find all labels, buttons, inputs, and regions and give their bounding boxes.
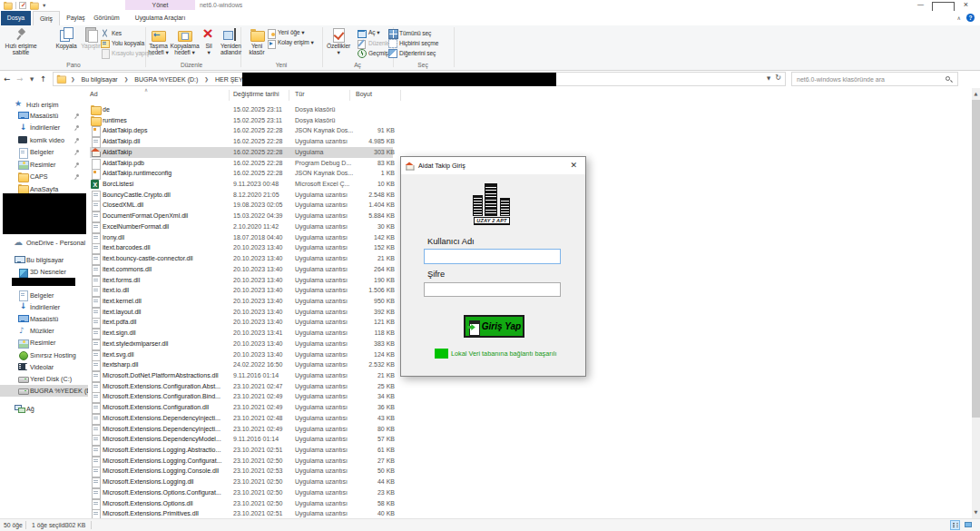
file-row-microsoft-extensions-logging-console-dll[interactable]: Microsoft.Extensions.Logging.Console.dll… xyxy=(88,466,972,477)
file-row-microsoft-extensions-dependencyinjecti-[interactable]: Microsoft.Extensions.DependencyInjecti..… xyxy=(88,413,972,424)
sidebar-item-videolar[interactable]: Videolar xyxy=(0,361,88,373)
file-date: 8.12.2020 21:05 xyxy=(233,192,279,198)
sidebar-item-i-ndirilenler[interactable]: İndirilenler xyxy=(0,301,88,313)
tab-uygulama-araclari[interactable]: Uygulama Araçları xyxy=(125,11,195,25)
file-row-microsoft-extensions-options-configurat-[interactable]: Microsoft.Extensions.Options.Configurat.… xyxy=(88,487,972,498)
refresh-icon[interactable]: ↻ xyxy=(775,74,781,83)
scrollbar-thumb[interactable] xyxy=(972,100,980,418)
details-view-button[interactable] xyxy=(950,520,960,530)
dialog-close-icon[interactable]: ✕ xyxy=(570,160,577,171)
qat-new-folder-icon[interactable] xyxy=(30,2,38,9)
vertical-scrollbar[interactable]: ▲ ▼ xyxy=(972,88,980,518)
ribbon-button-nitem[interactable]: Yeni öğe ▾ xyxy=(267,28,305,37)
file-row-microsoft-extensions-configuration-abst-[interactable]: Microsoft.Extensions.Configuration.Abst.… xyxy=(88,381,972,392)
file-size: 83 KB xyxy=(333,160,395,166)
sidebar-item-3d-nesneler[interactable]: 3D Nesneler xyxy=(0,266,88,278)
help-icon[interactable]: ? xyxy=(966,14,975,22)
file-row-runtimes[interactable]: runtimes15.02.2025 23:11Dosya klasörü xyxy=(88,115,972,126)
file-row-microsoft-extensions-configuration-dll[interactable]: Microsoft.Extensions.Configuration.dll23… xyxy=(88,402,972,413)
sidebar-item-i-ndirilenler[interactable]: İndirilenler xyxy=(0,122,88,133)
file-row-microsoft-extensions-options-dll[interactable]: Microsoft.Extensions.Options.dll23.10.20… xyxy=(88,498,972,509)
ribbon-collapse-icon[interactable]: ∧ xyxy=(957,15,961,21)
ribbon-button-nfolder[interactable]: Yeni klasör xyxy=(244,27,270,56)
ribbon-button-cut[interactable]: Kes xyxy=(101,28,122,37)
sidebar-item-yerel-disk-c-[interactable]: Yerel Disk (C:) xyxy=(0,373,88,385)
column-header-name[interactable]: Ad xyxy=(90,91,98,97)
ribbon-button-easy[interactable]: Kolay erişim ▾ xyxy=(267,38,314,47)
recent-locations-icon[interactable]: ▼ xyxy=(30,73,34,86)
breadcrumb-drive[interactable]: BUGRA %YEDEK (D:) xyxy=(132,76,200,83)
sidebar-item-belgeler[interactable]: Belgeler xyxy=(0,290,88,301)
sidebar-item-masa-st-[interactable]: Masaüstü xyxy=(0,313,88,325)
search-input[interactable]: net6.0-windows klasöründe ara xyxy=(791,72,958,86)
tab-gorunum[interactable]: Görünüm xyxy=(90,11,123,25)
sidebar-item-s-n-rs-z-hosting[interactable]: Sınırsız Hosting xyxy=(0,349,88,361)
login-button[interactable]: Giriş Yap xyxy=(464,315,524,338)
ribbon-button-short[interactable]: Kısayolu yapıştır xyxy=(101,48,154,57)
sidebar-item-komik-video[interactable]: komik video xyxy=(0,134,88,146)
file-row-aidattakip-deps[interactable]: AidatTakip.deps16.02.2025 22:28JSON Kayn… xyxy=(88,125,972,136)
file-row-aidattakip-dll[interactable]: AidatTakip.dll16.02.2025 22:28Uygulama u… xyxy=(88,136,972,147)
sidebar-item-caps[interactable]: CAPS xyxy=(0,171,88,182)
file-row-microsoft-extensions-logging-configurat-[interactable]: Microsoft.Extensions.Logging.Configurat.… xyxy=(88,456,972,467)
back-button[interactable]: ← xyxy=(4,73,10,86)
qat-dropdown-icon[interactable]: ▼ xyxy=(42,1,46,10)
file-row-microsoft-extensions-dependencyinjecti-[interactable]: Microsoft.Extensions.DependencyInjecti..… xyxy=(88,424,972,435)
minimize-button[interactable]: — xyxy=(909,0,932,10)
scroll-up-icon[interactable]: ▲ xyxy=(972,88,980,100)
password-input[interactable] xyxy=(424,282,561,297)
file-row-microsoft-extensions-logging-abstractio-[interactable]: Microsoft.Extensions.Logging.Abstractio.… xyxy=(88,445,972,456)
file-name: ExcelNumberFormat.dll xyxy=(103,223,169,230)
column-header-date[interactable]: Değiştirme tarihi xyxy=(233,91,279,97)
column-header-type[interactable]: Tür xyxy=(295,91,305,97)
username-input[interactable] xyxy=(424,249,561,264)
file-row-microsoft-extensions-primitives-dll[interactable]: Microsoft.Extensions.Primitives.dll23.10… xyxy=(88,508,972,518)
ribbon-button-hist[interactable]: Geçmiş xyxy=(358,48,388,57)
scroll-down-icon[interactable]: ▼ xyxy=(972,506,980,518)
file-row-microsoft-extensions-logging-dll[interactable]: Microsoft.Extensions.Logging.dll23.10.20… xyxy=(88,477,972,487)
file-row-microsoft-extensions-dependencymodel-[interactable]: Microsoft.Extensions.DependencyModel...9… xyxy=(88,434,972,445)
sidebar-item-a-[interactable]: Ağ xyxy=(0,403,88,415)
ribbon-button-props[interactable]: Özellikler ▾ xyxy=(326,27,351,56)
ribbon-button-copyto[interactable]: Kopyalama hedefi ▾ xyxy=(172,27,198,56)
sidebar-item-resimler[interactable]: Resimler xyxy=(0,159,88,171)
up-button[interactable]: ↑ xyxy=(40,73,46,86)
cloud-icon xyxy=(15,238,24,247)
sidebar-item-bugra-yedek-d-[interactable]: BUGRA %YEDEK (D: xyxy=(0,385,88,397)
tab-paylas[interactable]: Paylaş xyxy=(62,11,90,25)
sidebar-item-onedrive-personal[interactable]: OneDrive - Personal xyxy=(0,237,88,249)
ribbon-button-open[interactable]: Aç ▾ xyxy=(358,28,379,37)
ribbon-button-snone[interactable]: Hiçbirini seçme xyxy=(388,38,438,47)
ribbon-button-sinv[interactable]: Diğerlerini seç xyxy=(388,48,436,57)
sidebar-item-m-zikler[interactable]: Müzikler xyxy=(0,325,88,337)
ribbon-button-paste[interactable]: Yapıştır xyxy=(78,27,103,49)
ribbon-button-sall[interactable]: Tümünü seç xyxy=(388,28,431,37)
file-name: Microsoft.Extensions.DependencyModel... xyxy=(103,436,221,442)
tab-giris[interactable]: Giriş xyxy=(33,11,60,25)
address-dropdown-icon[interactable]: ▼ xyxy=(767,74,770,83)
qat-properties-icon[interactable]: ✓ xyxy=(19,2,26,9)
close-button[interactable]: × xyxy=(955,0,977,10)
ribbon-button-path[interactable]: Yolu kopyala xyxy=(101,38,144,47)
column-header-size[interactable]: Boyut xyxy=(356,91,372,97)
ribbon-button-del[interactable]: Sil ▾ xyxy=(199,27,219,56)
sidebar-item-belgeler[interactable]: Belgeler xyxy=(0,146,88,158)
contextual-tab-header[interactable]: Yönet xyxy=(125,0,195,10)
file-date: 20.10.2023 13:41 xyxy=(233,329,283,336)
thumbnail-view-button[interactable] xyxy=(963,520,973,530)
maximize-button[interactable] xyxy=(932,0,955,10)
file-row-de[interactable]: de15.02.2025 23:11Dosya klasörü xyxy=(88,104,972,115)
forward-button[interactable]: → xyxy=(16,73,23,86)
ribbon-button-ren[interactable]: Yeniden adlandır xyxy=(219,27,243,56)
breadcrumb-computer[interactable]: Bu bilgisayar xyxy=(80,76,120,83)
sidebar-item-masa-st-[interactable]: Masaüstü xyxy=(0,110,88,122)
dll-file-icon xyxy=(91,382,101,391)
ribbon-button-pin[interactable]: Hızlı erişime sabitle xyxy=(2,27,40,56)
ribbon-button-edit[interactable]: Düzenle xyxy=(358,38,390,47)
file-row-microsoft-extensions-configuration-bind-[interactable]: Microsoft.Extensions.Configuration.Bind.… xyxy=(88,391,972,402)
sidebar-item-resimler[interactable]: Resimler xyxy=(0,337,88,349)
sidebar-item-bu-bilgisayar[interactable]: Bu bilgisayar xyxy=(0,254,88,266)
tab-dosya[interactable]: Dosya xyxy=(1,11,31,25)
connection-status-indicator xyxy=(435,349,448,359)
breadcrumb-folder[interactable]: HER ŞEY xyxy=(213,76,245,83)
